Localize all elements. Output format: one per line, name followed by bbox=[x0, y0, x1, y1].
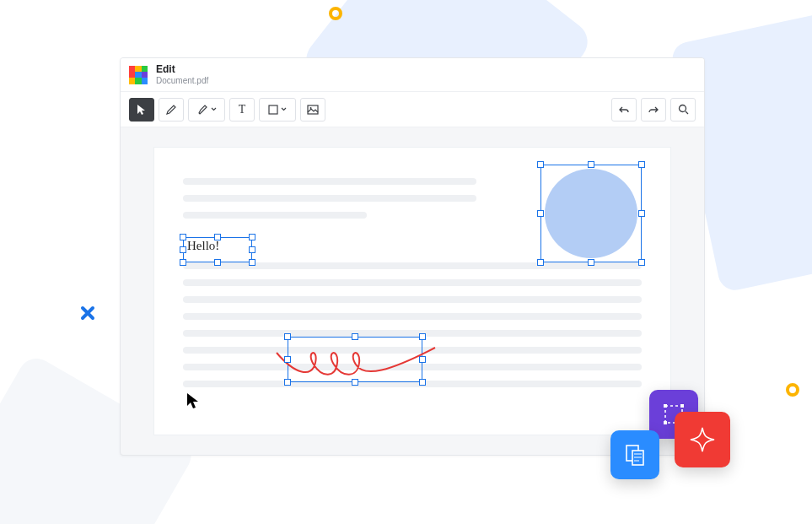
undo-button[interactable] bbox=[611, 98, 637, 122]
circle-shape bbox=[545, 169, 637, 258]
highlighter-icon bbox=[196, 104, 208, 116]
search-button[interactable] bbox=[670, 98, 696, 122]
image-icon bbox=[307, 105, 319, 115]
text-icon: T bbox=[239, 103, 246, 116]
drawing-object-selected[interactable] bbox=[288, 337, 422, 382]
chevron-down-icon bbox=[281, 107, 287, 111]
svg-rect-6 bbox=[680, 404, 684, 408]
cursor-pointer-icon bbox=[186, 392, 200, 413]
text-placeholder bbox=[183, 195, 476, 202]
text-placeholder bbox=[183, 279, 642, 286]
pencil-icon bbox=[165, 104, 177, 116]
chevron-down-icon bbox=[211, 107, 217, 111]
image-tool-button[interactable] bbox=[300, 98, 325, 122]
text-placeholder bbox=[183, 296, 642, 303]
toolbar: T bbox=[121, 92, 704, 127]
svg-rect-1 bbox=[308, 105, 318, 114]
svg-rect-5 bbox=[664, 404, 667, 408]
decoration-ring-icon bbox=[329, 7, 342, 20]
feature-card-shape bbox=[675, 412, 730, 467]
copy-page-icon bbox=[622, 442, 648, 467]
pencil-tool-button[interactable] bbox=[159, 98, 184, 122]
highlighter-tool-button[interactable] bbox=[188, 98, 225, 122]
redo-icon bbox=[648, 105, 659, 115]
editor-window: Edit Document.pdf T bbox=[120, 57, 705, 456]
star-shape-icon bbox=[687, 424, 718, 455]
search-icon bbox=[678, 104, 689, 115]
decoration-ring-icon bbox=[786, 383, 799, 397]
text-placeholder bbox=[183, 330, 642, 337]
title-bar: Edit Document.pdf bbox=[121, 58, 704, 92]
document-filename: Document.pdf bbox=[156, 76, 208, 85]
decoration-cross-icon bbox=[80, 305, 95, 321]
undo-icon bbox=[618, 105, 630, 115]
text-object-selected[interactable]: Hello! bbox=[183, 237, 252, 262]
text-placeholder bbox=[183, 178, 476, 185]
text-placeholder bbox=[183, 212, 367, 219]
svg-rect-0 bbox=[269, 105, 277, 114]
text-tool-button[interactable]: T bbox=[229, 98, 255, 122]
window-title: Edit bbox=[156, 64, 208, 75]
canvas-area[interactable]: Hello! bbox=[121, 127, 704, 455]
text-placeholder bbox=[183, 313, 642, 320]
svg-rect-7 bbox=[664, 421, 667, 424]
circle-object-selected[interactable] bbox=[540, 165, 642, 262]
select-tool-button[interactable] bbox=[129, 98, 154, 122]
svg-point-3 bbox=[679, 105, 686, 112]
scribble-drawing bbox=[288, 338, 423, 383]
feature-card-copy bbox=[610, 430, 659, 479]
cursor-icon bbox=[137, 104, 147, 116]
document-page[interactable]: Hello! bbox=[154, 148, 670, 435]
shape-tool-button[interactable] bbox=[259, 98, 296, 122]
app-logo-icon bbox=[129, 66, 148, 84]
redo-button[interactable] bbox=[641, 98, 666, 122]
square-icon bbox=[268, 105, 278, 115]
